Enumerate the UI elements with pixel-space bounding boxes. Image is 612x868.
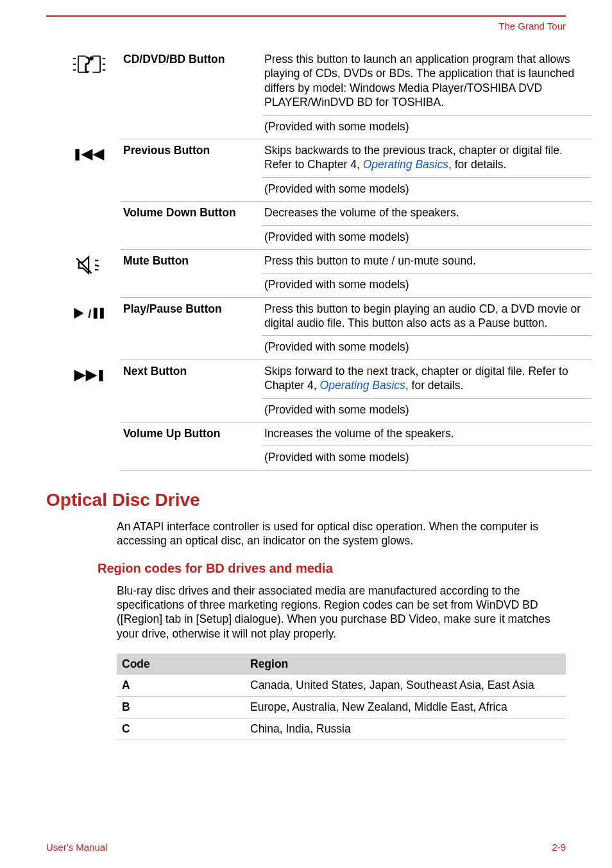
button-desc: Press this button to mute / un-mute soun… (262, 249, 591, 273)
svg-marker-19 (74, 308, 83, 319)
table-row: A Canada, United States, Japan, Southeas… (117, 675, 566, 697)
button-note: (Provided with some models) (262, 115, 591, 139)
previous-icon (72, 143, 106, 167)
table-row: B Europe, Australia, New Zealand, Middle… (117, 697, 566, 718)
table-row: Previous Button Skips backwards to the p… (72, 139, 591, 177)
button-name: Previous Button (121, 139, 262, 201)
table-row: Mute Button Press this button to mute / … (72, 249, 591, 273)
optical-para: An ATAPI interface controller is used fo… (117, 519, 566, 548)
buttons-table: CD/DVD/BD Button Press this button to la… (72, 48, 591, 471)
region-para: Blu-ray disc drives and their associated… (117, 584, 566, 641)
button-name: CD/DVD/BD Button (121, 48, 262, 139)
region-code: B (117, 697, 245, 718)
operating-basics-link[interactable]: Operating Basics (320, 379, 405, 392)
footer-right: 2-9 (552, 842, 566, 853)
svg-rect-25 (99, 370, 103, 381)
svg-text:/: / (88, 307, 91, 320)
button-desc: Increases the volume of the speakers. (262, 422, 591, 446)
region-code: C (117, 718, 245, 740)
table-row: Volume Down Button Decreases the volume … (72, 202, 591, 225)
desc-post: , for details. (405, 379, 463, 392)
page: The Grand Tour CD/DVD/BD Button P (0, 0, 612, 868)
cd-dvd-bd-icon (72, 52, 106, 76)
button-note: (Provided with some models) (262, 177, 591, 201)
svg-marker-14 (81, 149, 92, 161)
region-name: China, India, Russia (245, 718, 566, 740)
region-table: Code Region A Canada, United States, Jap… (117, 654, 566, 740)
button-name: Next Button (121, 360, 262, 422)
col-region: Region (245, 654, 566, 675)
button-name: Volume Up Button (121, 422, 262, 471)
button-note: (Provided with some models) (262, 446, 591, 470)
table-row: C China, India, Russia (117, 718, 566, 740)
next-icon (72, 363, 106, 388)
svg-rect-13 (75, 149, 79, 161)
footer: User's Manual 2-9 (46, 842, 566, 853)
button-note: (Provided with some models) (262, 273, 591, 297)
region-code: A (117, 675, 245, 697)
icon-cell (72, 422, 121, 471)
header-rule (46, 15, 566, 17)
button-note: (Provided with some models) (262, 225, 591, 249)
svg-rect-22 (100, 308, 104, 319)
svg-rect-21 (94, 308, 98, 319)
table-header-row: Code Region (117, 654, 566, 675)
button-desc: Press this button to launch an applicati… (262, 48, 591, 115)
button-note: (Provided with some models) (262, 398, 591, 422)
svg-marker-24 (86, 370, 98, 381)
button-desc: Skips backwards to the previous track, c… (262, 139, 591, 177)
optical-heading: Optical Disc Drive (46, 490, 566, 510)
region-name: Europe, Australia, New Zealand, Middle E… (245, 697, 566, 718)
footer-left: User's Manual (46, 842, 107, 853)
operating-basics-link[interactable]: Operating Basics (363, 158, 448, 171)
icon-cell (72, 360, 121, 422)
region-name: Canada, United States, Japan, Southeast … (245, 675, 566, 697)
svg-marker-23 (74, 370, 86, 381)
icon-cell (72, 48, 121, 139)
button-name: Mute Button (121, 249, 262, 297)
button-desc: Press this button to begin playing an au… (262, 297, 591, 336)
header-section: The Grand Tour (46, 21, 566, 31)
button-name: Volume Down Button (121, 202, 262, 250)
desc-post: , for details. (448, 158, 506, 171)
svg-point-12 (89, 56, 93, 60)
icon-cell: / (72, 297, 121, 360)
region-heading: Region codes for BD drives and media (98, 561, 566, 576)
table-row: CD/DVD/BD Button Press this button to la… (72, 48, 591, 115)
button-desc: Decreases the volume of the speakers. (262, 202, 591, 225)
button-name: Play/Pause Button (121, 297, 262, 360)
table-row: Volume Up Button Increases the volume of… (72, 422, 591, 446)
play-pause-icon: / (72, 301, 106, 326)
mute-icon (72, 253, 106, 277)
icon-cell (72, 249, 121, 297)
icon-cell (72, 139, 121, 201)
table-row: Next Button Skips forward to the next tr… (72, 360, 591, 398)
button-desc: Skips forward to the next track, chapter… (262, 360, 591, 398)
col-code: Code (117, 654, 245, 675)
svg-marker-15 (92, 149, 104, 161)
button-note: (Provided with some models) (262, 336, 591, 360)
icon-cell (72, 202, 121, 250)
table-row: / Play/Pause Button Press this button to… (72, 297, 591, 336)
